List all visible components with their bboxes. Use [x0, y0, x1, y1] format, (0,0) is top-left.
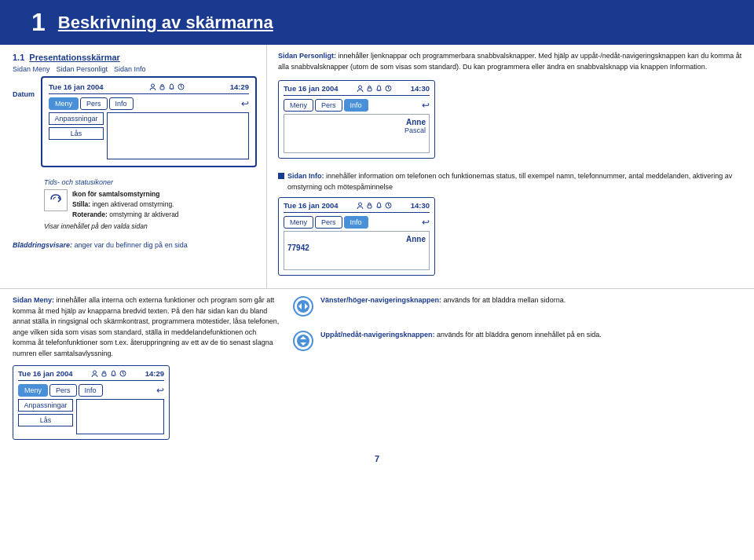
phone2-nav-row: Meny Pers Info ↩: [284, 99, 430, 112]
nav-icon1-bold: Vänster/höger-navigeringsknappen:: [320, 296, 441, 304]
nav-icon2-body: används för att bläddra genom innehållet…: [435, 331, 602, 339]
svg-line-18: [389, 206, 390, 207]
roterande-desc: omstyrning är aktiverad: [109, 210, 178, 218]
phone4-time: 14:29: [145, 369, 164, 378]
svg-point-19: [93, 371, 97, 374]
icon-label: Ikon för samtalsomstyrning: [72, 190, 159, 198]
phone3-name: Anne: [287, 235, 426, 243]
phone4-left-panel: Anpassningar Lås: [18, 399, 73, 434]
label-sidan-personligt: Sidan Personligt: [57, 65, 108, 73]
omstyrning-icon-box: [44, 189, 68, 211]
nav-btn-meny[interactable]: Meny: [49, 97, 79, 110]
ud-nav-icon: [292, 330, 314, 352]
phone4-nav-row: Meny Pers Info ↩: [18, 384, 164, 397]
phone2-nav-meny[interactable]: Meny: [284, 99, 313, 112]
left-column: 1.1 Presentationsskärmar Sidan Meny Sida…: [0, 45, 267, 288]
subsection-title: Presentationsskärmar: [29, 53, 120, 62]
main-content: 1.1 Presentationsskärmar Sidan Meny Sida…: [0, 45, 754, 288]
svg-point-13: [359, 203, 362, 206]
anpassningar-label: Anpassningar: [49, 112, 104, 125]
phone2-nav-pers[interactable]: Pers: [315, 99, 342, 112]
sidan-personligt-text: Sidan Personligt: innehåller ljenknappar…: [278, 51, 743, 72]
label-sidan-info: Sidan Info: [114, 65, 146, 73]
phone3-bell-icon: [375, 202, 382, 209]
visar-label: Visar innehållet på den valda sidan: [44, 222, 257, 230]
phone4-lock-icon: [101, 370, 108, 377]
page-number: 1: [31, 8, 46, 37]
screen-labels-row: Sidan Meny Sidan Personligt Sidan Info: [13, 65, 257, 73]
stilla-label: Stilla:: [72, 200, 90, 208]
phone2-mockup: Tue 16 jan 2004 14:30 Meny Pers Info ↩: [278, 80, 435, 159]
nav-icon-row-1: Vänster/höger-navigeringsknappen: använd…: [292, 295, 741, 317]
phone4-mockup: Tue 16 jan 2004 14:29 Meny Pers Info ↩ A…: [13, 365, 170, 440]
phone4-las: Lås: [18, 414, 73, 426]
phone-date: Tue 16 jan 2004: [49, 82, 104, 91]
lr-nav-icon: [292, 295, 314, 317]
phone-nav-row: Meny Pers Info ↩: [49, 97, 249, 110]
phone3-status-icons: [357, 202, 392, 209]
phone2-bell-icon: [375, 85, 382, 92]
right-column: Sidan Personligt: innehåller ljenknappar…: [267, 45, 754, 288]
sidan-personligt-bold: Sidan Personligt:: [278, 52, 336, 60]
nav-icon2-bold: Uppåt/nedåt-navigeringsknappen:: [320, 331, 435, 339]
nav-arrow-icon[interactable]: ↩: [241, 98, 249, 109]
phone4-person-icon: [91, 370, 98, 377]
phone3-nav-row: Meny Pers Info ↩: [284, 216, 430, 229]
svg-point-0: [151, 84, 154, 87]
phone4-body: Anpassningar Lås: [18, 399, 164, 434]
phone4-arrow-icon[interactable]: ↩: [156, 385, 164, 396]
phone2-nav-info[interactable]: Info: [344, 99, 368, 112]
stilla-desc: ingen aktiverad omstyrning.: [93, 200, 174, 208]
status-icons: [149, 83, 185, 90]
phone2-person-icon: [357, 85, 364, 92]
bell-icon: [168, 83, 175, 90]
nav-icon-2-text: Uppåt/nedåt-navigeringsknappen: används …: [320, 330, 602, 340]
bottom-right: Vänster/höger-navigeringsknappen: använd…: [292, 295, 741, 445]
phone2-status-icons: [357, 85, 392, 92]
phone3-nav-meny[interactable]: Meny: [284, 216, 313, 229]
bladdrings-desc: anger var du befinner dig på en sida: [75, 241, 188, 249]
phone4-status-icons: [91, 370, 126, 377]
label-sidan-meny: Sidan Meny: [13, 65, 50, 73]
phone3-mockup: Tue 16 jan 2004 14:30 Meny Pers Info ↩ A…: [278, 197, 435, 276]
las-label: Lås: [49, 127, 104, 140]
omstyrning-icon: [49, 192, 63, 207]
phone4-nav-meny[interactable]: Meny: [18, 384, 48, 397]
phone4-right-panel: [76, 399, 164, 434]
page-footer: 7: [0, 451, 754, 467]
sidan-personligt-body: innehåller ljenknappar och programmerbar…: [278, 52, 741, 71]
svg-point-6: [359, 86, 362, 89]
phone4-nav-pers[interactable]: Pers: [49, 384, 77, 397]
info-bullet-icon: [278, 173, 284, 179]
phone4-nav-info[interactable]: Info: [79, 384, 103, 397]
phone3-lock-icon: [366, 202, 373, 209]
page-number-footer: 7: [375, 454, 379, 463]
nav-btn-pers[interactable]: Pers: [80, 97, 108, 110]
svg-rect-1: [160, 86, 164, 90]
phone3-nav-info[interactable]: Info: [344, 216, 368, 229]
sidan-info-bold: Sidan Info:: [287, 172, 324, 180]
svg-line-5: [181, 87, 182, 88]
tids-label: Tids- och statusikoner: [44, 178, 257, 186]
svg-line-24: [123, 374, 125, 375]
phone3-content-area: Anne 77942: [284, 231, 430, 270]
phone4-date: Tue 16 jan 2004: [18, 369, 73, 378]
datum-label: Datum: [13, 76, 35, 98]
sidan-info-text: Sidan Info: innehåller information om te…: [287, 171, 743, 192]
page-title: Beskrivning av skärmarna: [58, 13, 273, 33]
phone3-arrow-icon[interactable]: ↩: [422, 217, 430, 228]
svg-rect-12: [278, 173, 284, 179]
icon-annotation: Ikon för samtalsomstyrning Stilla: ingen…: [72, 189, 179, 219]
phone4-bell-icon: [110, 370, 117, 377]
sidan-info-body: innehåller information om telefonen och …: [287, 172, 732, 191]
nav-btn-info[interactable]: Info: [109, 97, 134, 110]
roterande-label: Roterande:: [72, 210, 108, 218]
phone3-time: 14:30: [411, 201, 430, 210]
subsection-number: 1.1: [13, 53, 24, 62]
svg-rect-14: [368, 205, 372, 208]
bottom-left: Sidan Meny: innehåller alla interna och …: [13, 295, 280, 445]
phone4-statusbar: Tue 16 jan 2004 14:29: [18, 369, 164, 381]
sidan-meny-body: innehåller alla interna och externa funk…: [13, 296, 279, 357]
phone3-nav-pers[interactable]: Pers: [315, 216, 342, 229]
phone2-arrow-icon[interactable]: ↩: [422, 100, 430, 111]
